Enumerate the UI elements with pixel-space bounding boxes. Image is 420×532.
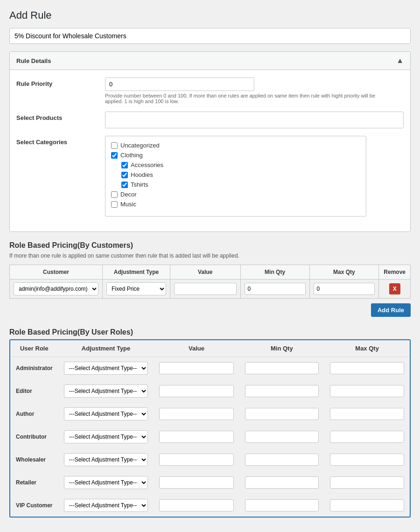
priority-hint: Provide number between 0 and 100, If mor… — [105, 93, 394, 104]
by-customers-desc: If more than one rule is applied on same… — [9, 252, 411, 259]
role-adj-select[interactable]: ---Select Adjustment Type---Fixed PriceP… — [64, 476, 148, 489]
customers-table: Customer Adjustment Type Value Min Qty M… — [9, 265, 411, 299]
role-min-input[interactable] — [245, 454, 319, 466]
role-adj-select[interactable]: ---Select Adjustment Type---Fixed PriceP… — [64, 385, 148, 398]
role-min-input[interactable] — [245, 476, 319, 489]
role-label: Author — [10, 403, 58, 426]
role-label: Editor — [10, 380, 58, 403]
table-row: Editor---Select Adjustment Type---Fixed … — [10, 380, 410, 403]
role-max-input[interactable] — [330, 454, 404, 466]
add-rule-wrap: Add Rule — [9, 299, 411, 317]
table-row: VIP Customer---Select Adjustment Type---… — [10, 494, 410, 517]
role-max-input[interactable] — [330, 385, 404, 397]
role-min-input[interactable] — [245, 499, 319, 511]
role-adj-select[interactable]: ---Select Adjustment Type---Fixed PriceP… — [64, 362, 148, 375]
by-customers-section: Role Based Pricing(By Customers) If more… — [9, 241, 411, 317]
role-value-input[interactable] — [159, 431, 233, 443]
by-customers-title: Role Based Pricing(By Customers) — [9, 241, 411, 250]
by-roles-title: Role Based Pricing(By User Roles) — [9, 328, 411, 336]
role-label: Wholesaler — [10, 448, 58, 471]
role-value-input[interactable] — [159, 499, 233, 511]
role-value-input[interactable] — [159, 385, 233, 397]
category-checkbox[interactable] — [111, 201, 118, 208]
category-label: Hoodies — [131, 171, 153, 178]
table-row: Administrator---Select Adjustment Type--… — [10, 357, 410, 380]
category-checkbox[interactable] — [121, 182, 128, 188]
min-qty-input[interactable] — [245, 283, 306, 295]
category-label: Music — [120, 201, 136, 208]
categories-label: Select Categories — [16, 136, 105, 146]
category-label: Clothing — [120, 152, 143, 159]
remove-row-button[interactable]: X — [389, 283, 400, 294]
col-remove: Remove — [379, 265, 411, 280]
table-row: Wholesaler---Select Adjustment Type---Fi… — [10, 448, 410, 471]
category-checkbox[interactable] — [121, 162, 128, 168]
add-rule-button[interactable]: Add Rule — [371, 303, 411, 317]
role-label: Contributor — [10, 426, 58, 448]
max-qty-input[interactable] — [314, 283, 375, 295]
role-adj-select[interactable]: ---Select Adjustment Type---Fixed PriceP… — [64, 453, 148, 466]
role-value-input[interactable] — [159, 476, 233, 489]
roles-col-value: Value — [154, 340, 239, 357]
rule-details-header[interactable]: Rule Details ▲ — [10, 52, 410, 70]
customer-select[interactable]: admin(info@addifypro.com) — [14, 282, 98, 295]
category-checkbox[interactable] — [111, 191, 118, 198]
category-checkbox[interactable] — [121, 172, 128, 178]
rule-name-input[interactable] — [9, 28, 411, 44]
role-max-input[interactable] — [330, 476, 404, 489]
category-label: Uncategorized — [120, 142, 160, 149]
role-max-input[interactable] — [330, 431, 404, 443]
role-min-input[interactable] — [245, 431, 319, 443]
categories-row: Select Categories UncategorizedClothingA… — [16, 136, 404, 217]
category-item: Tshirts — [121, 181, 360, 188]
roles-col-max: Max Qty — [324, 340, 410, 357]
products-control — [105, 112, 404, 128]
role-min-input[interactable] — [245, 362, 319, 374]
page-title: Add Rule — [9, 9, 411, 21]
category-item: Accessories — [121, 161, 360, 168]
toggle-icon[interactable]: ▲ — [396, 56, 404, 65]
role-adj-select[interactable]: ---Select Adjustment Type---Fixed PriceP… — [64, 499, 148, 512]
by-roles-section: Role Based Pricing(By User Roles) User R… — [9, 328, 411, 518]
priority-label: Rule Priority — [16, 77, 105, 87]
role-value-input[interactable] — [159, 408, 233, 420]
priority-row: Rule Priority Provide number between 0 a… — [16, 77, 404, 104]
priority-control: Provide number between 0 and 100, If mor… — [105, 77, 404, 104]
rule-details-title: Rule Details — [16, 57, 51, 64]
category-item: Hoodies — [121, 171, 360, 178]
rule-details-body: Rule Priority Provide number between 0 a… — [10, 70, 410, 231]
role-max-input[interactable] — [330, 499, 404, 511]
role-value-input[interactable] — [159, 454, 233, 466]
table-row: admin(info@addifypro.com)Fixed PricePerc… — [10, 280, 411, 299]
role-max-input[interactable] — [330, 408, 404, 420]
table-row: Contributor---Select Adjustment Type---F… — [10, 426, 410, 448]
products-input[interactable] — [105, 112, 404, 128]
category-item: Music — [111, 201, 360, 208]
roles-table-wrap: User Role Adjustment Type Value Min Qty … — [9, 339, 411, 518]
priority-input[interactable] — [105, 77, 254, 91]
roles-col-min: Min Qty — [239, 340, 325, 357]
adj-type-select[interactable]: Fixed PricePercentage DiscountFlat Disco… — [106, 282, 166, 295]
category-item: Uncategorized — [111, 142, 360, 149]
category-item: Clothing — [111, 152, 360, 159]
products-label: Select Products — [16, 112, 105, 121]
role-adj-select[interactable]: ---Select Adjustment Type---Fixed PriceP… — [64, 407, 148, 420]
role-max-input[interactable] — [330, 362, 404, 374]
categories-control: UncategorizedClothingAccessoriesHoodiesT… — [105, 136, 404, 217]
roles-col-adj: Adjustment Type — [58, 340, 154, 357]
role-label: VIP Customer — [10, 494, 58, 517]
categories-box: UncategorizedClothingAccessoriesHoodiesT… — [105, 136, 366, 217]
category-label: Decor — [120, 191, 137, 198]
category-checkbox[interactable] — [111, 142, 118, 149]
category-checkbox[interactable] — [111, 152, 118, 159]
role-adj-select[interactable]: ---Select Adjustment Type---Fixed PriceP… — [64, 430, 148, 443]
category-label: Tshirts — [131, 181, 148, 188]
value-input[interactable] — [174, 283, 237, 295]
role-min-input[interactable] — [245, 385, 319, 397]
role-min-input[interactable] — [245, 408, 319, 420]
role-value-input[interactable] — [159, 362, 233, 374]
category-label: Accessories — [131, 161, 163, 168]
roles-table: User Role Adjustment Type Value Min Qty … — [10, 340, 410, 517]
role-label: Retailer — [10, 471, 58, 494]
col-customer: Customer — [10, 265, 103, 280]
